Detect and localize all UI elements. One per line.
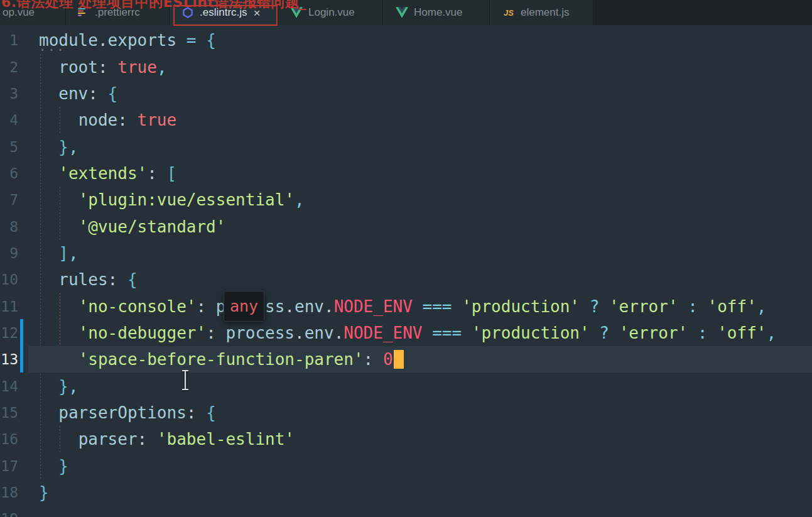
code-line[interactable]: 6 'extends': [ (0, 160, 812, 187)
code-line[interactable]: 13 'space-before-function-paren': 0 (0, 346, 812, 373)
line-content: parser: 'babel-eslint' (39, 430, 295, 449)
line-content: 'plugin:vue/essential', (39, 190, 305, 209)
js-icon: JS (502, 6, 515, 19)
line-content: root: true, (39, 58, 167, 77)
line-content: rules: { (39, 270, 138, 289)
code-line[interactable]: 4 node: true (0, 107, 812, 133)
tab-element-js[interactable]: JSelement.js (490, 0, 593, 25)
tab-label: Home.vue (414, 6, 462, 19)
line-content: } (39, 457, 68, 476)
line-content: 'no-debugger': process.env.NODE_ENV === … (39, 324, 776, 342)
line-number: 7 (0, 192, 28, 208)
vue-icon (396, 6, 408, 19)
line-number: 19 (0, 511, 28, 517)
line-number: 18 (0, 484, 28, 501)
line-content: 'extends': [ (39, 164, 176, 183)
code-line[interactable]: 9 ], (0, 240, 812, 266)
code-line[interactable]: 3 env: { (0, 80, 812, 107)
line-number: 9 (0, 245, 28, 261)
line-content: }, (39, 138, 78, 156)
code-editor[interactable]: ··· 1module.exports = {2 root: true,3 en… (0, 25, 812, 517)
line-number: 5 (0, 139, 28, 155)
line-number: 11 (0, 298, 28, 315)
tab-home-vue[interactable]: Home.vue (383, 0, 490, 25)
line-number: 8 (0, 219, 28, 235)
code-line[interactable]: 17 } (0, 453, 812, 479)
line-number: 12 (0, 325, 28, 341)
line-content: node: true (39, 111, 176, 129)
vscode-window: op.vue.prettierrc.eslintrc.js×Login.vueH… (0, 0, 812, 517)
modified-lines-indicator (20, 319, 23, 373)
code-line[interactable]: 18} (0, 479, 812, 506)
line-number: 13 (0, 351, 28, 367)
tab-label: element.js (521, 6, 569, 19)
line-content: '@vue/standard' (39, 217, 225, 236)
code-line[interactable]: 8 '@vue/standard' (0, 213, 812, 239)
hover-tooltip: any (224, 291, 264, 322)
line-number: 4 (0, 112, 28, 128)
video-title-overlay: 6.语法处理 处理项目中的ESLint语法报错问题_ (1, 0, 306, 12)
line-number: 15 (0, 405, 28, 421)
line-content: module.exports = { (39, 31, 216, 50)
mouse-ibeam-cursor (180, 369, 190, 391)
line-content: env: { (39, 84, 117, 103)
tab-label: Login.vue (308, 6, 355, 19)
code-lines: 1module.exports = {2 root: true,3 env: {… (0, 25, 812, 517)
line-content: ], (39, 244, 78, 263)
text-cursor (394, 350, 404, 369)
code-line[interactable]: 10 rules: { (0, 266, 812, 293)
code-line[interactable]: 12 'no-debugger': process.env.NODE_ENV =… (0, 320, 812, 346)
line-number: 3 (0, 85, 28, 102)
line-content: parserOptions: { (39, 403, 216, 422)
line-number: 2 (0, 59, 28, 75)
line-content: }, (39, 377, 78, 396)
line-content: 'no-console': panyss.env.NODE_ENV === 'p… (39, 297, 766, 316)
line-number: 14 (0, 378, 28, 395)
code-line[interactable]: 11 'no-console': panyss.env.NODE_ENV ===… (0, 293, 812, 319)
line-number: 16 (0, 431, 28, 447)
line-number: 6 (0, 165, 28, 182)
line-content: } (39, 483, 49, 502)
line-number: 1 (0, 32, 28, 48)
line-number: 17 (0, 458, 28, 474)
line-number: 10 (0, 271, 28, 288)
line-content: 'space-before-function-paren': 0 (39, 350, 404, 369)
code-line[interactable]: 14 }, (0, 373, 812, 399)
code-line[interactable]: 5 }, (0, 133, 812, 160)
code-line[interactable]: 19 (0, 506, 812, 517)
code-line[interactable]: 1module.exports = { (0, 27, 812, 53)
code-line[interactable]: 16 parser: 'babel-eslint' (0, 426, 812, 452)
code-line[interactable]: 2 root: true, (0, 53, 812, 80)
code-line[interactable]: 15 parserOptions: { (0, 400, 812, 426)
code-line[interactable]: 7 'plugin:vue/essential', (0, 187, 812, 213)
